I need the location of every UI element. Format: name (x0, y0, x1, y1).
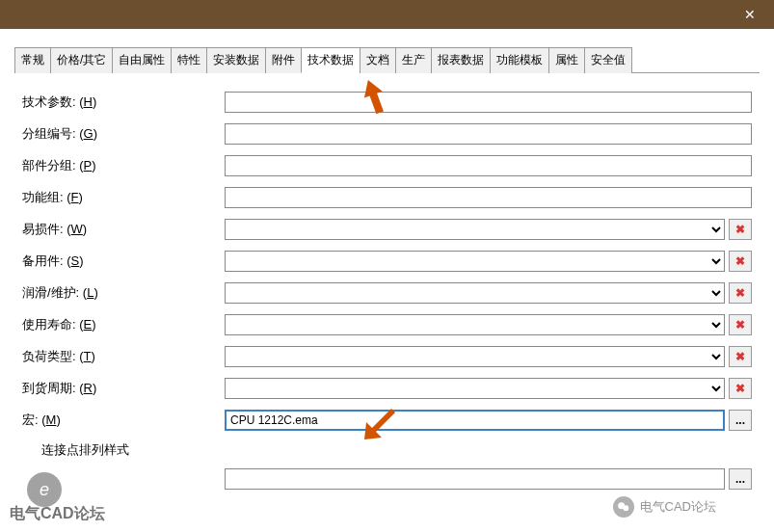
tab-report[interactable]: 报表数据 (431, 47, 491, 73)
label-lubricate: 润滑/维护: (L) (22, 284, 225, 302)
delete-spare-part-button[interactable]: ✖ (729, 251, 752, 272)
select-lubricate[interactable] (225, 282, 725, 304)
select-wear-part[interactable] (225, 219, 725, 240)
tab-safety[interactable]: 安全值 (584, 47, 632, 73)
tab-free-attr[interactable]: 自由属性 (112, 47, 172, 73)
tab-production[interactable]: 生产 (395, 47, 432, 73)
select-delivery[interactable] (225, 378, 725, 399)
input-func-group[interactable] (225, 187, 752, 208)
tab-bar: 常规 价格/其它 自由属性 特性 安装数据 附件 技术数据 文档 生产 报表数据… (14, 46, 760, 73)
label-lifetime: 使用寿命: (E) (22, 316, 225, 333)
label-spare-part: 备用件: (S) (22, 253, 225, 270)
delete-delivery-button[interactable]: ✖ (729, 378, 752, 399)
watermark-logo-icon: e (27, 472, 62, 507)
label-tech-param: 技术参数: (H) (22, 93, 225, 111)
wechat-badge: 电气CAD论坛 (613, 496, 716, 518)
input-group-num[interactable] (225, 123, 752, 145)
delete-wear-part-button[interactable]: ✖ (729, 219, 752, 240)
label-load-type: 负荷类型: (T) (22, 348, 225, 365)
select-spare-part[interactable] (225, 251, 725, 272)
label-group-num: 分组编号: (G) (22, 125, 225, 143)
select-load-type[interactable] (225, 346, 725, 367)
delete-lubricate-button[interactable]: ✖ (729, 282, 752, 304)
tab-attr[interactable]: 属性 (548, 47, 585, 73)
delete-load-type-button[interactable]: ✖ (729, 346, 752, 367)
svg-point-1 (623, 505, 628, 511)
browse-conn-button[interactable]: ... (729, 468, 752, 490)
input-macro[interactable] (225, 410, 725, 431)
input-tech-param[interactable] (225, 92, 752, 113)
input-part-group[interactable] (225, 155, 752, 176)
label-delivery: 到货周期: (R) (22, 380, 225, 397)
titlebar: ✕ (0, 0, 774, 29)
tab-trait[interactable]: 特性 (171, 47, 207, 73)
label-part-group: 部件分组: (P) (22, 157, 225, 174)
watermark-text: 电气CAD论坛 (10, 504, 105, 524)
annotation-arrow-icon (355, 77, 393, 116)
tab-func-template[interactable]: 功能模板 (490, 47, 549, 73)
tab-attachment[interactable]: 附件 (265, 47, 302, 73)
label-macro: 宏: (M) (22, 412, 225, 429)
input-conn-style[interactable] (225, 468, 725, 490)
tab-install[interactable]: 安装数据 (206, 47, 266, 73)
tab-general[interactable]: 常规 (14, 47, 51, 73)
annotation-arrow-icon (357, 405, 400, 448)
select-lifetime[interactable] (225, 314, 725, 335)
tab-tech-data[interactable]: 技术数据 (301, 47, 360, 73)
label-wear-part: 易损件: (W) (22, 221, 225, 238)
tab-document[interactable]: 文档 (360, 47, 396, 73)
delete-lifetime-button[interactable]: ✖ (729, 314, 752, 335)
close-button[interactable]: ✕ (735, 0, 764, 29)
label-func-group: 功能组: (F) (22, 189, 225, 206)
wechat-icon (613, 496, 634, 518)
tab-price[interactable]: 价格/其它 (50, 47, 113, 73)
browse-macro-button[interactable]: ... (729, 410, 752, 431)
